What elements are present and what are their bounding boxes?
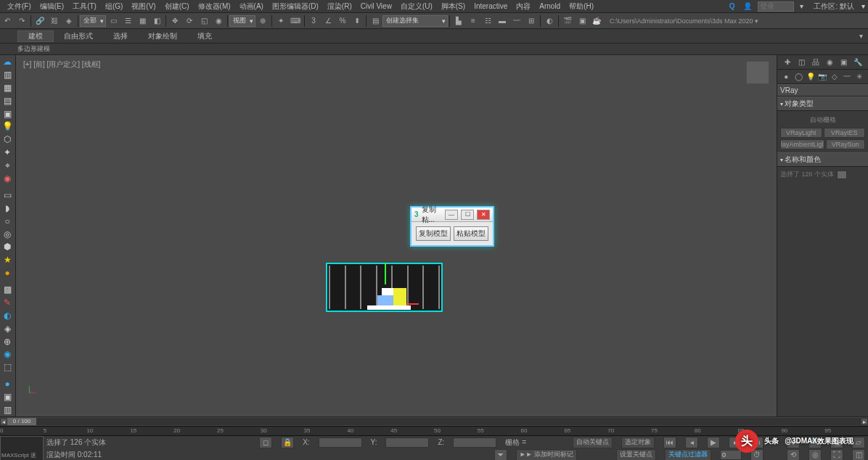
cat-shapes-icon[interactable]: ◯	[793, 72, 803, 82]
current-frame-input[interactable]	[720, 450, 742, 460]
maxscript-listener[interactable]: MAXScript 迷	[0, 436, 44, 460]
ribbon-tab-selection[interactable]: 选择	[103, 31, 138, 41]
lt-icon-19[interactable]: ✎	[0, 297, 15, 308]
snap-icon[interactable]: 3	[306, 14, 321, 28]
renderer-dropdown[interactable]: VRay	[777, 84, 868, 96]
display-tab-icon[interactable]: ▣	[839, 57, 849, 67]
timetag-icon[interactable]: ⏷	[494, 449, 507, 461]
link-icon[interactable]: 🔗	[33, 14, 47, 28]
cat-systems-icon[interactable]: ✳	[854, 72, 864, 82]
dialog-close-icon[interactable]: ✕	[477, 210, 490, 220]
manip-icon[interactable]: ✦	[274, 14, 288, 28]
ribbon-minimize-icon[interactable]: ▾	[853, 29, 868, 44]
menu-animation[interactable]: 动画(A)	[235, 1, 268, 12]
key-filters-button[interactable]: 关键点过滤器	[665, 449, 711, 461]
placement-icon[interactable]: ◉	[211, 14, 226, 28]
motion-tab-icon[interactable]: ◉	[824, 57, 835, 67]
scale-icon[interactable]: ◱	[197, 14, 211, 28]
select-icon[interactable]: ▭	[106, 14, 120, 28]
menu-rendering[interactable]: 渲染(R)	[323, 1, 356, 12]
time-config-icon[interactable]: ⏱	[750, 449, 763, 461]
ribbon-sub-label[interactable]: 多边形建模	[17, 44, 50, 54]
gizmo-y-axis[interactable]	[385, 263, 386, 284]
lt-icon-10[interactable]: ◉	[0, 173, 15, 184]
render-frame-icon[interactable]: ▣	[575, 14, 589, 28]
login-input[interactable]	[758, 1, 794, 12]
menu-view[interactable]: 视图(V)	[127, 1, 160, 12]
lt-icon-12[interactable]: ◗	[0, 202, 15, 214]
coord-y-input[interactable]	[385, 438, 429, 448]
ribbon-tab-freeform[interactable]: 自由形式	[54, 31, 103, 41]
btn-vrayambient[interactable]: layAmbientLigl	[780, 139, 824, 149]
next-frame-icon[interactable]: ▸	[729, 437, 742, 448]
undo-icon[interactable]: ↶	[0, 14, 15, 28]
render-setup-icon[interactable]: 🎬	[560, 14, 575, 28]
nav-orbit-icon[interactable]: ⟲	[787, 449, 800, 461]
login-dropdown[interactable]: ▾	[797, 2, 806, 10]
spinner-snap-icon[interactable]: ⬍	[350, 14, 364, 28]
percent-snap-icon[interactable]: %	[335, 14, 350, 28]
dialog-titlebar[interactable]: 3 复制粘... — ☐ ✕	[412, 208, 493, 222]
cat-helpers-icon[interactable]: ◇	[830, 72, 840, 82]
ribbon-tab-populate[interactable]: 填充	[187, 31, 222, 41]
nav-zoomall-icon[interactable]: ▣	[830, 437, 843, 448]
goto-end-icon[interactable]: ⏭	[750, 437, 763, 448]
pivot-icon[interactable]: ⊕	[255, 14, 270, 28]
play-icon[interactable]: ▶	[707, 437, 720, 448]
viewcube[interactable]	[746, 61, 769, 84]
cat-lights-icon[interactable]: 💡	[806, 72, 816, 82]
hierarchy-tab-icon[interactable]: 品	[811, 57, 821, 67]
lt-icon-25[interactable]: ●	[0, 378, 15, 390]
lt-icon-11[interactable]: ▭	[0, 189, 15, 201]
lt-icon-24[interactable]: ⬚	[0, 361, 15, 373]
nav-zoom-icon[interactable]: 🔍	[808, 437, 822, 448]
unlink-icon[interactable]: ⛓	[47, 14, 62, 28]
time-ruler[interactable]: 0510152025303540455055606570758085909510…	[0, 426, 868, 436]
ribbon-tab-objectpaint[interactable]: 对象绘制	[138, 31, 187, 41]
menu-modifiers[interactable]: 修改器(M)	[194, 1, 235, 12]
modify-tab-icon[interactable]: ◫	[796, 57, 806, 67]
info-icon[interactable]: Q	[726, 2, 738, 10]
utilities-tab-icon[interactable]: 🔧	[853, 57, 863, 67]
cat-space-icon[interactable]: 〰	[842, 72, 852, 82]
cat-geometry-icon[interactable]: ●	[781, 72, 791, 82]
dialog-minimize-icon[interactable]: —	[445, 210, 458, 220]
lt-icon-1[interactable]: ☁	[0, 56, 15, 67]
btn-vraylight[interactable]: VRayLight	[780, 128, 822, 138]
schematic-icon[interactable]: ⊞	[524, 14, 539, 28]
menu-tools[interactable]: 工具(T)	[68, 1, 101, 12]
ref-coord-dropdown[interactable]: 视图	[229, 15, 255, 27]
lt-icon-3[interactable]: ▦	[0, 82, 15, 94]
lt-icon-4[interactable]: ▤	[0, 95, 15, 107]
menu-create[interactable]: 创建(C)	[160, 1, 194, 12]
redo-icon[interactable]: ↷	[15, 14, 29, 28]
coord-x-input[interactable]	[319, 438, 362, 448]
rollout-object-type[interactable]: 对象类型	[777, 96, 868, 111]
menu-help[interactable]: 帮助(H)	[565, 1, 598, 12]
goto-start-icon[interactable]: ⏮	[663, 437, 676, 448]
lock-icon[interactable]: 🔒	[281, 437, 294, 448]
auto-key-button[interactable]: 自动关键点	[573, 437, 613, 448]
nav-region-icon[interactable]: ◫	[852, 449, 865, 461]
rotate-icon[interactable]: ⟳	[182, 14, 197, 28]
cat-cameras-icon[interactable]: 📷	[817, 72, 827, 82]
curve-editor-icon[interactable]: 〰	[509, 14, 524, 28]
menu-grapheditors[interactable]: 图形编辑器(D)	[268, 1, 323, 12]
lt-icon-14[interactable]: ◎	[0, 229, 15, 240]
timetag-button[interactable]: ►► 添加时间标记	[516, 449, 577, 461]
named-sel-icon[interactable]: ▤	[368, 14, 382, 28]
window-crossing-icon[interactable]: ◧	[150, 14, 164, 28]
bind-icon[interactable]: ◈	[62, 14, 76, 28]
lt-icon-23[interactable]: ◉	[0, 349, 15, 361]
keymode-icon[interactable]: ⌨	[288, 14, 303, 28]
angle-snap-icon[interactable]: ∠	[321, 14, 335, 28]
isolate-icon[interactable]: ◻	[259, 437, 272, 448]
lt-icon-9[interactable]: ⌖	[0, 160, 15, 171]
menu-civilview[interactable]: Civil View	[356, 2, 396, 10]
lt-icon-17[interactable]: ●	[0, 267, 15, 279]
lt-icon-6[interactable]: 💡	[0, 121, 15, 133]
nav-dolly-icon[interactable]: ◎	[808, 449, 822, 461]
menu-interactive[interactable]: Interactive	[470, 2, 512, 10]
render-icon[interactable]: ☕	[589, 14, 604, 28]
selected-dropdown[interactable]: 选定对象	[621, 437, 655, 448]
